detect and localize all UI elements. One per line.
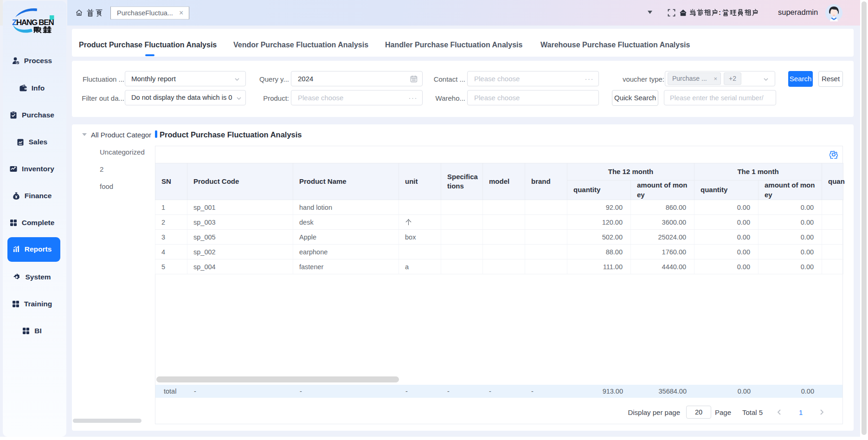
svg-text:ZHANG BEN: ZHANG BEN — [12, 18, 54, 27]
